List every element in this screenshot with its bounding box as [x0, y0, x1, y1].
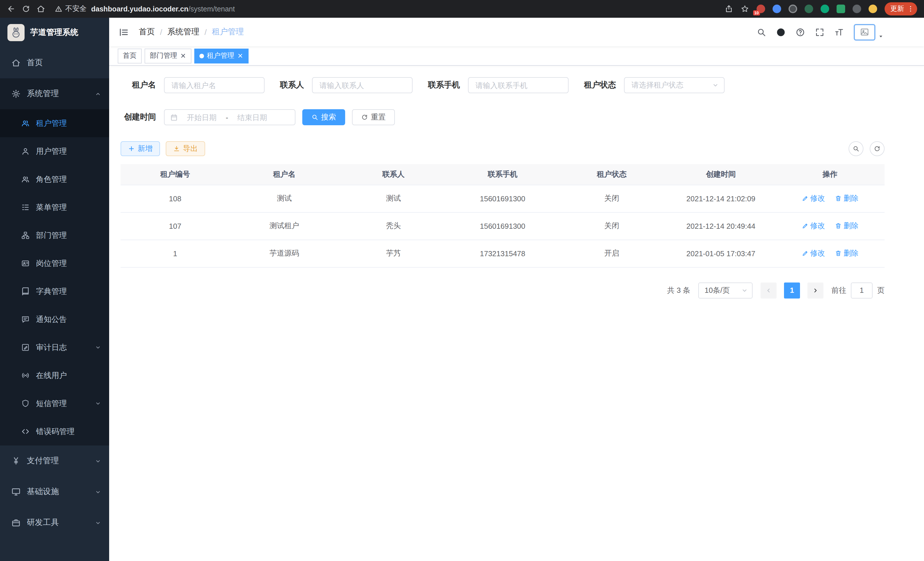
- table-toolbar: 新增 导出: [121, 141, 885, 156]
- chevron-right-icon: [812, 287, 819, 294]
- delete-link[interactable]: 删除: [835, 193, 859, 204]
- edit-link[interactable]: 修改: [801, 248, 825, 259]
- page-size-value: 10条/页: [705, 285, 730, 295]
- breadcrumb-item-home[interactable]: 首页: [139, 27, 155, 37]
- page-size-select[interactable]: 10条/页: [698, 282, 753, 298]
- extensions-puzzle-icon[interactable]: [853, 5, 861, 13]
- filter-phone: 联系手机: [428, 77, 568, 93]
- bookmark-star-icon[interactable]: [741, 5, 749, 13]
- sidebar-item-role[interactable]: 角色管理: [0, 165, 109, 193]
- sidebar-item-online-user[interactable]: 在线用户: [0, 361, 109, 390]
- avatar-dropdown-caret-icon[interactable]: [878, 33, 884, 39]
- tab-home[interactable]: 首页: [118, 48, 142, 63]
- status-select[interactable]: 请选择租户状态: [624, 77, 724, 93]
- cell-status: 关闭: [557, 212, 666, 240]
- search-icon[interactable]: [757, 27, 766, 37]
- contact-input[interactable]: [312, 77, 412, 93]
- cell-contact: 秃头: [339, 212, 448, 240]
- tab-dept[interactable]: 部门管理: [145, 48, 191, 63]
- sidebar-item-payment[interactable]: 支付管理: [0, 445, 109, 476]
- browser-home-icon[interactable]: [37, 5, 45, 13]
- extension-icon[interactable]: [789, 5, 797, 13]
- sidebar-item-devtools[interactable]: 研发工具: [0, 507, 109, 538]
- next-page-button[interactable]: [807, 282, 824, 298]
- sidebar-item-audit-log[interactable]: 审计日志: [0, 333, 109, 361]
- phone-input[interactable]: [468, 77, 568, 93]
- toggle-search-button[interactable]: [849, 141, 863, 156]
- goto-page-input[interactable]: [851, 282, 873, 298]
- edit-link[interactable]: 修改: [801, 221, 825, 231]
- sidebar-item-home[interactable]: 首页: [0, 47, 109, 78]
- refresh-table-button[interactable]: [870, 141, 885, 156]
- tab-tenant[interactable]: 租户管理: [194, 48, 249, 63]
- close-icon[interactable]: [237, 53, 243, 59]
- extension-icon[interactable]: [820, 5, 829, 13]
- user-menu[interactable]: [854, 24, 884, 40]
- end-date-input[interactable]: [231, 113, 274, 122]
- extension-icon[interactable]: 10: [757, 5, 765, 13]
- delete-link[interactable]: 删除: [835, 221, 859, 231]
- help-icon[interactable]: [795, 27, 805, 37]
- home-icon: [11, 58, 21, 68]
- users-icon: [21, 119, 30, 128]
- cell-tenant-id: 108: [121, 185, 230, 212]
- reload-icon[interactable]: [22, 5, 30, 13]
- tenant-name-input[interactable]: [164, 77, 265, 93]
- security-chip[interactable]: 不安全: [55, 4, 87, 14]
- id-card-icon: [21, 259, 30, 268]
- back-icon[interactable]: [7, 5, 15, 13]
- pagination: 共 3 条 10条/页 1 前往 页: [121, 282, 885, 298]
- chevron-up-icon: [95, 91, 101, 97]
- export-button[interactable]: 导出: [166, 141, 205, 156]
- sidebar-item-label: 通知公告: [36, 314, 67, 325]
- user-icon: [21, 147, 30, 156]
- sidebar-item-notice[interactable]: 通知公告: [0, 305, 109, 333]
- sidebar-logo[interactable]: 芋道管理系统: [0, 18, 109, 47]
- navbar-actions: [757, 24, 924, 40]
- edit-link[interactable]: 修改: [801, 193, 825, 204]
- start-date-input[interactable]: [180, 113, 224, 122]
- prev-page-button[interactable]: [760, 282, 777, 298]
- font-size-icon[interactable]: [834, 27, 844, 37]
- sidebar-item-infra[interactable]: 基础设施: [0, 476, 109, 507]
- add-button[interactable]: 新增: [121, 141, 160, 156]
- chevron-down-icon: [95, 489, 101, 495]
- sidebar-item-dict[interactable]: 字典管理: [0, 277, 109, 305]
- delete-link[interactable]: 删除: [835, 248, 859, 259]
- tags-view: 首页 部门管理 租户管理: [109, 46, 924, 66]
- sidebar-item-sms[interactable]: 短信管理: [0, 390, 109, 417]
- reset-button[interactable]: 重置: [352, 109, 395, 125]
- github-icon[interactable]: [776, 27, 786, 37]
- breadcrumb-item-system[interactable]: 系统管理: [167, 27, 200, 37]
- fullscreen-icon[interactable]: [815, 27, 825, 37]
- rabbit-icon: [10, 26, 22, 39]
- sidebar-item-dept[interactable]: 部门管理: [0, 221, 109, 249]
- extension-icon[interactable]: [837, 5, 845, 13]
- cell-phone: 15601691300: [448, 212, 557, 240]
- close-icon[interactable]: [180, 53, 186, 59]
- extension-badge: 10: [753, 10, 760, 15]
- extension-icon[interactable]: [805, 5, 813, 13]
- sidebar-item-menu[interactable]: 菜单管理: [0, 193, 109, 221]
- extension-icon[interactable]: [772, 5, 781, 13]
- sidebar-item-error-code[interactable]: 错误码管理: [0, 417, 109, 445]
- avatar[interactable]: [854, 24, 875, 40]
- sidebar-toggle-icon[interactable]: [118, 27, 129, 38]
- system-submenu: 租户管理 用户管理 角色管理 菜单管理: [0, 109, 109, 445]
- date-range-picker[interactable]: -: [164, 109, 296, 125]
- browser-menu-icon[interactable]: [907, 5, 914, 13]
- address-bar[interactable]: 不安全 dashboard.yudao.iocoder.cn/system/te…: [55, 4, 718, 14]
- update-button[interactable]: 更新: [885, 2, 917, 15]
- page-number-button[interactable]: 1: [784, 282, 800, 298]
- cell-actions: 修改 删除: [776, 240, 885, 267]
- sidebar-item-tenant[interactable]: 租户管理: [0, 109, 109, 137]
- refresh-icon: [361, 114, 368, 121]
- search-button[interactable]: 搜索: [302, 109, 345, 125]
- sidebar-item-label: 短信管理: [36, 398, 67, 409]
- sidebar-item-post[interactable]: 岗位管理: [0, 249, 109, 277]
- sidebar-item-user[interactable]: 用户管理: [0, 137, 109, 165]
- profile-avatar-icon[interactable]: [868, 5, 877, 13]
- sidebar-item-system[interactable]: 系统管理: [0, 78, 109, 109]
- share-icon[interactable]: [724, 5, 733, 13]
- filter-tenant-name: 租户名: [121, 77, 265, 93]
